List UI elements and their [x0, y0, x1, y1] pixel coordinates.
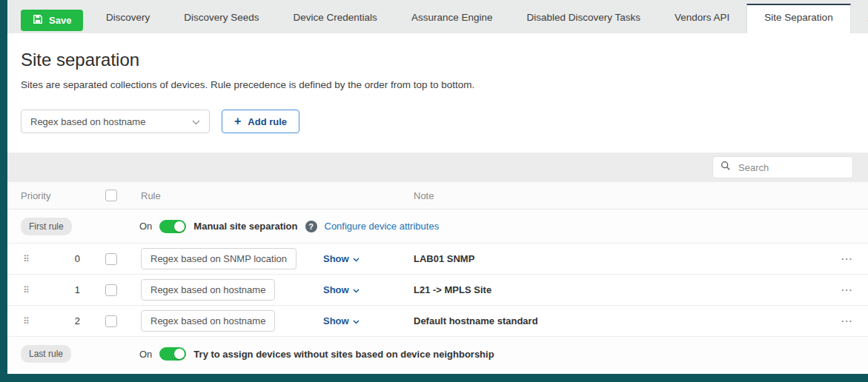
rule-controls: Regex based on hostname + Add rule: [21, 110, 855, 133]
search-icon: [720, 161, 731, 174]
table-row: ⠿ 0 Regex based on SNMP location Show LA…: [7, 244, 868, 275]
chevron-down-icon: [353, 253, 360, 264]
chevron-down-icon: [353, 284, 360, 295]
chevron-down-icon: [192, 116, 200, 127]
first-rule-badge: First rule: [21, 218, 72, 235]
page-header: Site separation Sites are separated coll…: [7, 33, 868, 90]
first-rule-main: On Manual site separation ? Configure de…: [130, 220, 855, 233]
add-rule-button[interactable]: + Add rule: [222, 110, 299, 133]
rule-note: Default hostname standard: [408, 315, 813, 326]
tab-discovery-seeds[interactable]: Discovery Seeds: [167, 12, 276, 33]
first-rule-row: First rule On Manual site separation ? C…: [7, 210, 868, 244]
rule-type-box[interactable]: Regex based on SNMP location: [141, 248, 296, 269]
row-menu-icon[interactable]: ⋯: [841, 314, 855, 328]
last-rule-title: Try to assign devices without sites base…: [193, 349, 494, 360]
bottom-chrome-strip: [0, 374, 868, 382]
save-button[interactable]: Save: [21, 10, 83, 31]
drag-handle-icon[interactable]: ⠿: [21, 285, 39, 295]
rule-type-dropdown[interactable]: Regex based on hostname: [21, 110, 210, 133]
plus-icon: +: [234, 115, 241, 127]
priority-value: 0: [75, 253, 90, 264]
main-content: Site separation Sites are separated coll…: [7, 33, 868, 374]
row-menu-icon[interactable]: ⋯: [841, 283, 855, 297]
configure-device-attributes-link[interactable]: Configure device attributes: [325, 221, 440, 232]
show-rule-link[interactable]: Show: [319, 253, 408, 264]
show-label: Show: [323, 253, 349, 264]
tab-site-separation[interactable]: Site Separation: [746, 4, 850, 33]
tab-disabled-discovery-tasks[interactable]: Disabled Discovery Tasks: [509, 12, 657, 33]
row-menu-icon[interactable]: ⋯: [841, 252, 855, 266]
last-rule-main: On Try to assign devices without sites b…: [130, 347, 855, 361]
table-header-row: Priority Rule Note: [7, 182, 868, 210]
manual-site-separation-toggle[interactable]: [159, 220, 186, 233]
site-separation-screen: Save Discovery Discovery Seeds Device Cr…: [0, 0, 868, 382]
show-rule-link[interactable]: Show: [319, 315, 408, 326]
row-checkbox[interactable]: [105, 253, 117, 265]
rule-type-box[interactable]: Regex based on hostname: [141, 279, 275, 301]
save-button-label: Save: [49, 15, 71, 26]
table-row: ⠿ 1 Regex based on hostname Show L21 -> …: [7, 275, 868, 306]
rule-note: L21 -> MPLS Site: [408, 284, 813, 295]
page-title: Site separation: [21, 50, 855, 70]
show-rule-link[interactable]: Show: [319, 284, 408, 295]
row-checkbox[interactable]: [105, 315, 117, 327]
rule-type-box[interactable]: Regex based on hostname: [141, 310, 275, 332]
header-priority: Priority: [21, 190, 90, 201]
toggle-state-label: On: [139, 349, 152, 360]
left-nav-strip: [0, 0, 7, 382]
row-checkbox[interactable]: [105, 284, 117, 296]
table-row: ⠿ 2 Regex based on hostname Show Default…: [7, 306, 868, 337]
header-note: Note: [408, 190, 813, 201]
tab-device-credentials[interactable]: Device Credentials: [276, 12, 394, 33]
tab-advanced-cli[interactable]: Advanced CLI: [851, 12, 868, 33]
page-subtitle: Sites are separated collections of devic…: [21, 79, 855, 90]
save-floppy-icon: [33, 14, 43, 27]
select-all-checkbox[interactable]: [105, 190, 117, 201]
tab-vendors-api[interactable]: Vendors API: [657, 12, 746, 33]
search-box: [712, 156, 853, 178]
add-rule-label: Add rule: [248, 116, 287, 127]
toggle-state-label: On: [139, 221, 152, 232]
show-label: Show: [323, 284, 349, 295]
search-input[interactable]: [737, 161, 845, 174]
last-rule-badge: Last rule: [21, 345, 71, 363]
tab-strip: Discovery Discovery Seeds Device Credent…: [89, 0, 868, 33]
chevron-down-icon: [353, 315, 360, 326]
drag-handle-icon[interactable]: ⠿: [21, 316, 39, 326]
priority-value: 2: [75, 315, 90, 326]
header-rule: Rule: [132, 190, 319, 201]
table-toolbar: [7, 153, 868, 182]
rule-type-selected-value: Regex based on hostname: [30, 116, 145, 127]
rule-note: LAB01 SNMP: [408, 253, 813, 264]
tab-assurance-engine[interactable]: Assurance Engine: [394, 12, 510, 33]
top-tab-bar: Save Discovery Discovery Seeds Device Cr…: [7, 0, 868, 33]
help-icon[interactable]: ?: [305, 221, 317, 232]
show-label: Show: [323, 315, 349, 326]
drag-handle-icon[interactable]: ⠿: [21, 254, 39, 264]
tab-discovery[interactable]: Discovery: [89, 12, 167, 33]
first-rule-title: Manual site separation: [193, 221, 297, 232]
priority-value: 1: [75, 284, 90, 295]
neighborship-assign-toggle[interactable]: [159, 347, 186, 361]
last-rule-row: Last rule On Try to assign devices witho…: [7, 337, 868, 371]
